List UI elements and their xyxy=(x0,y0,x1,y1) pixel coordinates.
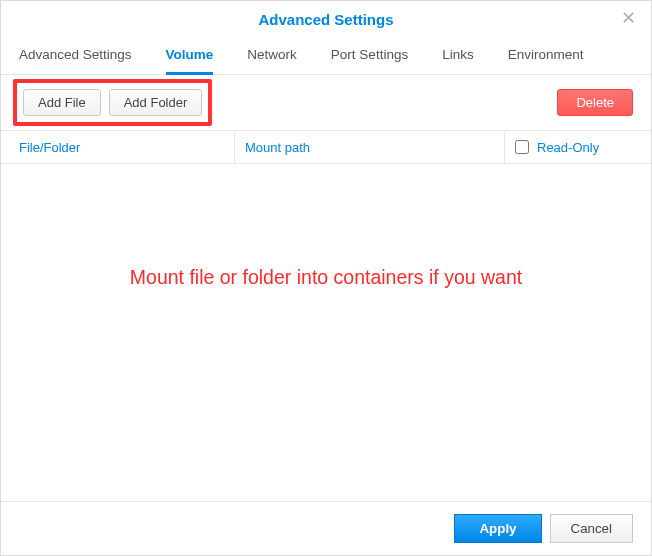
tab-links[interactable]: Links xyxy=(442,37,474,74)
tab-volume[interactable]: Volume xyxy=(166,37,214,74)
tab-environment[interactable]: Environment xyxy=(508,37,584,74)
tab-bar: Advanced Settings Volume Network Port Se… xyxy=(1,37,651,75)
volume-table-header: File/Folder Mount path Read-Only xyxy=(1,130,651,164)
add-file-button[interactable]: Add File xyxy=(23,89,101,116)
dialog-title: Advanced Settings xyxy=(258,11,393,28)
apply-button[interactable]: Apply xyxy=(454,514,541,543)
read-only-header-checkbox[interactable] xyxy=(515,140,529,154)
read-only-label: Read-Only xyxy=(537,140,599,155)
close-icon[interactable]: ✕ xyxy=(619,9,637,27)
dialog-footer: Apply Cancel xyxy=(1,502,651,555)
cancel-button[interactable]: Cancel xyxy=(550,514,634,543)
tab-content-volume: Add File Add Folder Delete File/Folder M… xyxy=(1,75,651,502)
volume-toolbar: Add File Add Folder Delete xyxy=(1,75,651,130)
column-mount-path[interactable]: Mount path xyxy=(235,132,505,163)
column-file-folder[interactable]: File/Folder xyxy=(19,132,235,163)
column-read-only[interactable]: Read-Only xyxy=(505,132,633,163)
add-folder-button[interactable]: Add Folder xyxy=(109,89,203,116)
tab-network[interactable]: Network xyxy=(247,37,297,74)
tab-advanced-settings[interactable]: Advanced Settings xyxy=(19,37,132,74)
titlebar: Advanced Settings ✕ xyxy=(1,1,651,37)
annotation-text: Mount file or folder into containers if … xyxy=(1,164,651,501)
tab-port-settings[interactable]: Port Settings xyxy=(331,37,408,74)
advanced-settings-dialog: Advanced Settings ✕ Advanced Settings Vo… xyxy=(0,0,652,556)
delete-button[interactable]: Delete xyxy=(557,89,633,116)
highlighted-add-buttons: Add File Add Folder xyxy=(13,79,212,126)
